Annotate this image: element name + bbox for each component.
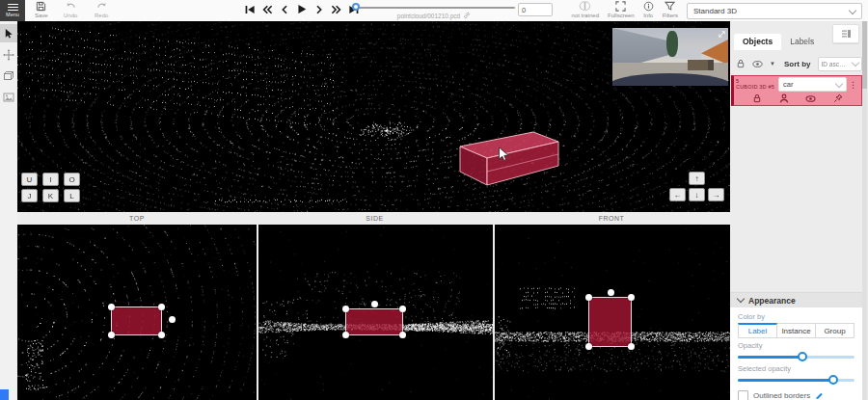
object-lock-button[interactable] [752,93,762,103]
rotate-handle[interactable] [169,316,176,323]
resize-handle[interactable] [628,343,635,350]
filters-button[interactable]: Filters [663,1,678,18]
object-member-button[interactable] [779,93,789,103]
first-frame-button[interactable] [243,3,256,15]
nav-right-button[interactable]: → [708,188,724,201]
info-button[interactable]: Info [643,1,654,18]
resize-handle[interactable] [158,332,165,338]
side-view[interactable] [258,225,493,400]
top-view[interactable] [17,225,257,400]
expand-icon[interactable] [718,30,726,39]
resize-handle[interactable] [628,294,635,301]
resize-handle[interactable] [108,332,115,338]
cuboid-annotation-3d[interactable] [456,129,562,189]
layout-select-value: Standard 3D [693,7,737,15]
outlined-borders-checkbox[interactable] [738,390,748,400]
top-view-label: TOP [17,212,257,225]
tab-labels[interactable]: Labels [781,34,823,50]
object-visibility-button[interactable] [805,94,816,103]
panel-scrollbar[interactable] [862,21,867,400]
appearance-header[interactable]: Appearance [730,292,862,307]
lock-icon [752,93,762,103]
selected-opacity-slider[interactable] [738,375,854,385]
resize-handle[interactable] [585,294,592,301]
backward-10-button[interactable] [260,3,273,15]
top-toolbar: Menu Save Undo Redo pointcloud/001210.pc… [0,0,868,22]
opacity-slider[interactable] [738,352,854,361]
object-pin-button[interactable] [833,93,843,103]
front-view[interactable] [495,225,730,400]
class-select[interactable]: car [778,77,847,92]
hotkey-o-button[interactable]: O [64,173,80,186]
chevron-down-icon [852,59,859,67]
resize-handle[interactable] [158,304,165,310]
camera-preview[interactable] [612,28,728,86]
outlined-borders-label: Outlined borders [753,391,810,400]
rotate-handle[interactable] [371,301,378,307]
redo-button[interactable]: Redo [95,1,108,18]
hotkey-i-button[interactable]: I [42,173,59,186]
objects-toolbar: ▼ Sort by ID asc… [736,56,862,71]
opacity-slider-thumb[interactable] [798,352,807,361]
color-by-group-option[interactable]: Group [816,323,854,338]
cuboid-tool-button[interactable] [0,67,17,85]
hotkey-k-button[interactable]: K [42,189,59,202]
cuboid-annotation-front[interactable] [588,297,632,347]
undo-button[interactable]: Undo [64,1,77,18]
timeline-slider-thumb[interactable] [352,3,360,11]
main-3d-view[interactable]: U I O J K L ↑ ← ↓ → [17,21,730,212]
resize-handle[interactable] [399,332,406,338]
panel-tabs: Objects Labels [734,34,823,50]
side-view-label: SIDE [257,212,493,225]
select-tool-button[interactable] [0,24,17,42]
hotkey-u-button[interactable]: U [21,173,38,186]
frame-number-input[interactable] [518,3,553,16]
lock-all-button[interactable] [736,59,746,68]
panel-toggle-button[interactable] [832,24,859,43]
layout-select[interactable]: Standard 3D [687,3,862,19]
selected-opacity-slider-thumb[interactable] [828,375,838,385]
edit-pencil-icon[interactable] [815,391,824,400]
hotkey-l-button[interactable]: L [64,189,80,202]
resize-handle[interactable] [399,306,406,312]
forward-10-button[interactable] [330,3,342,15]
resize-handle[interactable] [108,304,115,310]
resize-handle[interactable] [585,343,592,350]
prev-frame-button[interactable] [278,3,290,15]
resize-handle[interactable] [342,306,349,312]
object-shape-label: CUBOID 3D #5 [736,84,774,90]
cuboid-annotation-side[interactable] [345,308,403,335]
object-row-car[interactable]: 5 CUBOID 3D #5 car ⋮ [731,75,862,106]
panel-layout-icon [841,29,852,39]
fullscreen-button[interactable]: Fullscreen [608,1,635,18]
nav-up-button[interactable]: ↑ [689,172,705,185]
appearance-title: Appearance [748,296,796,306]
hotkey-j-button[interactable]: J [21,189,38,202]
visibility-all-button[interactable] [752,60,763,68]
nav-left-button[interactable]: ← [669,188,686,201]
expand-all-button[interactable]: ▼ [770,61,775,67]
filename-link[interactable]: pointcloud/001210.pcd [353,12,515,19]
timeline-slider[interactable] [353,7,515,9]
play-button[interactable] [295,3,308,15]
scene-tool-button[interactable] [0,88,17,106]
resize-handle[interactable] [342,332,349,338]
save-button[interactable]: Save [35,1,48,18]
nav-down-button[interactable]: ↓ [689,188,705,201]
sort-select[interactable]: ID asc… [818,57,862,71]
cuboid-annotation-top[interactable] [111,307,162,335]
footer-accent [0,389,9,400]
menu-button[interactable]: Menu [0,0,25,21]
color-by-label-option[interactable]: Label [738,323,777,338]
tab-objects[interactable]: Objects [734,34,781,50]
next-frame-button[interactable] [312,3,325,15]
double-chevron-left-icon [261,4,273,15]
rotate-handle[interactable] [608,289,614,296]
chevron-right-icon [313,4,325,15]
image-icon [3,93,14,102]
pan-tool-button[interactable] [0,45,17,64]
eye-icon [752,60,763,68]
object-menu-button[interactable]: ⋮ [847,80,859,90]
color-by-instance-option[interactable]: Instance [777,323,816,338]
model-status[interactable]: not trained [572,1,599,18]
